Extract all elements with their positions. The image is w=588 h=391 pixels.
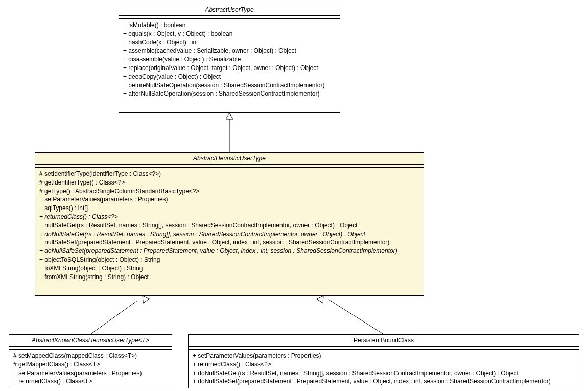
uml-methods-section: + setParameterValues(parameters : Proper… <box>189 350 579 388</box>
uml-class-abstractHeuristicUserType: AbstractHeuristicUserType# setIdentifier… <box>35 152 424 296</box>
uml-class-title: AbstractUserType <box>119 4 340 16</box>
uml-class-persistentBoundClass: PersistentBoundClass+ setParameterValues… <box>188 334 579 388</box>
uml-method: + sqlTypes() : int[] <box>39 204 419 213</box>
uml-method: + doNullSafeGet(rs : ResultSet, names : … <box>39 230 419 239</box>
uml-method: + equals(x : Object, y : Object) : boole… <box>123 30 336 38</box>
uml-method: # getIdentifierType() : Class<?> <box>39 178 419 187</box>
uml-method: + toXMLString(object : Object) : String <box>39 264 419 273</box>
uml-method: + fromXMLString(string : String) : Objec… <box>39 273 419 282</box>
uml-methods-section: # setIdentifierType(identifierType : Cla… <box>35 168 424 283</box>
uml-method: # getType() : AbstractSingleColumnStanda… <box>39 187 419 196</box>
uml-class-abstractUserType: AbstractUserType+ isMutable() : boolean+… <box>119 4 340 113</box>
uml-method: + isMutable() : boolean <box>123 21 336 30</box>
uml-methods-section: # setMappedClass(mappedClass : Class<T>)… <box>9 350 172 388</box>
uml-methods-section: + isMutable() : boolean+ equals(x : Obje… <box>119 19 340 100</box>
uml-method: + replace(originalValue : Object, target… <box>123 64 336 73</box>
uml-method: + assemble(cachedValue : Serializable, o… <box>123 47 336 55</box>
uml-method: + nullSafeSet(preparedStatement : Prepar… <box>39 238 419 247</box>
generalization-arrow-icon <box>226 113 233 119</box>
uml-class-title: AbstractHeuristicUserType <box>35 153 424 165</box>
uml-class-abstractKnownClassHeuristicUserType: AbstractKnownClassHeuristicUserType<T># … <box>9 334 172 388</box>
uml-method: + setParameterValues(parameters : Proper… <box>13 369 168 378</box>
uml-class-title: AbstractKnownClassHeuristicUserType<T> <box>9 335 172 347</box>
uml-method: + hashCode(x : Object) : int <box>123 38 336 47</box>
uml-method: + returnedClass() : Class<?> <box>193 360 575 369</box>
uml-method: + deepCopy(value : Object) : Object <box>123 73 336 81</box>
uml-method: # setMappedClass(mappedClass : Class<T>) <box>13 352 168 360</box>
uml-method: + disassemble(value : Object) : Serializ… <box>123 55 336 64</box>
uml-method: + setParameterValues(parameters : Proper… <box>193 352 575 360</box>
uml-method: + setParameterValues(parameters : Proper… <box>39 195 419 204</box>
uml-method: + returnedClass() : Class<?> <box>39 213 419 221</box>
uml-class-title: PersistentBoundClass <box>189 335 579 347</box>
uml-method: + returnedClass() : Class<T> <box>13 377 168 386</box>
uml-method: + afterNullSafeOperation(session : Share… <box>123 89 336 98</box>
uml-method: + beforeNullSafeOperation(session : Shar… <box>123 81 336 90</box>
uml-method: # getMappedClass() : Class<T> <box>13 360 168 369</box>
uml-method: + objectToSQLString(object : Object) : S… <box>39 256 419 264</box>
connector-line <box>90 301 137 334</box>
uml-method: + doNullSafeSet(preparedStatement : Prep… <box>193 377 575 386</box>
uml-method: # setIdentifierType(identifierType : Cla… <box>39 170 419 178</box>
uml-method: + doNullSafeGet(rs : ResultSet, names : … <box>193 369 575 378</box>
uml-method: + nullSafeGet(rs : ResultSet, names : St… <box>39 221 419 230</box>
uml-method: + doNullSafeSet(preparedStatement : Prep… <box>39 247 419 256</box>
connector-line <box>328 300 384 334</box>
